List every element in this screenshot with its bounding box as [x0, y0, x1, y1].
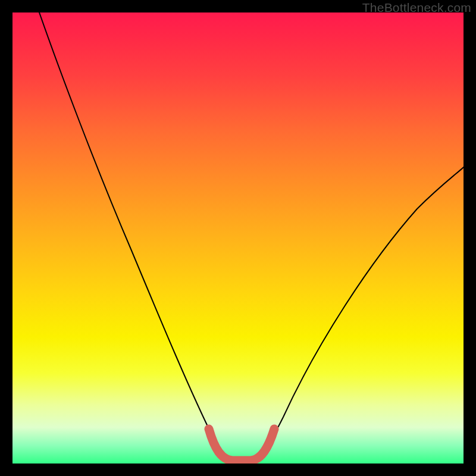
- chart-frame: TheBottleneck.com: [0, 0, 476, 476]
- plot-area: [12, 12, 464, 464]
- valley-highlight: [209, 429, 274, 461]
- bottleneck-curve: [39, 12, 464, 461]
- curve-layer: [12, 12, 464, 464]
- watermark-text: TheBottleneck.com: [362, 1, 471, 15]
